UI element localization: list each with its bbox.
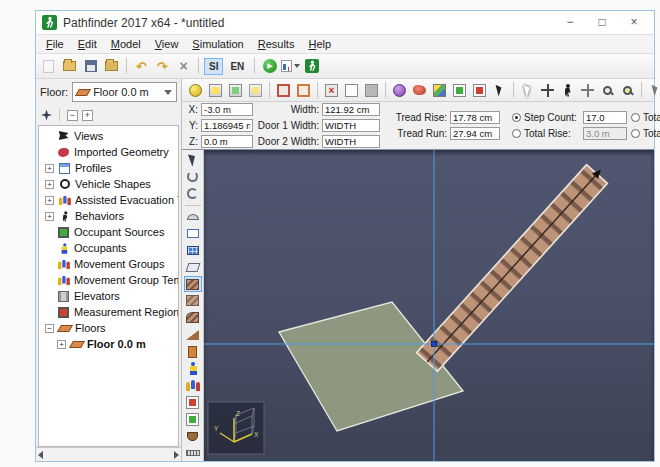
- show-all-floors-icon[interactable]: [274, 81, 293, 100]
- tree-item-imported-geometry[interactable]: Imported Geometry: [39, 144, 178, 160]
- en-units-button[interactable]: EN: [225, 58, 249, 75]
- width-input[interactable]: [322, 103, 380, 116]
- snap-cursor-icon[interactable]: [646, 81, 660, 100]
- delete-icon[interactable]: ×: [174, 57, 193, 76]
- total-run-radio[interactable]: [631, 113, 640, 122]
- si-units-button[interactable]: SI: [204, 58, 223, 75]
- step-count-radio[interactable]: [512, 113, 521, 122]
- zoom-tool-icon[interactable]: [598, 81, 617, 100]
- tree-item-occupant-sources[interactable]: Occupant Sources: [39, 224, 178, 240]
- door1-width-input[interactable]: [322, 119, 380, 132]
- total-rise-input[interactable]: [583, 127, 627, 140]
- menu-model[interactable]: Model: [105, 36, 147, 52]
- expand-icon[interactable]: +: [45, 180, 54, 189]
- menu-simulation[interactable]: Simulation: [186, 36, 249, 52]
- x-input[interactable]: [201, 103, 253, 116]
- maximize-button[interactable]: □: [588, 14, 616, 32]
- orbit-tool-icon[interactable]: [184, 186, 202, 202]
- tree-item-movement-groups[interactable]: Movement Groups: [39, 256, 178, 272]
- terrain-icon[interactable]: [410, 81, 429, 100]
- total-rise-radio[interactable]: [512, 129, 521, 138]
- menu-edit[interactable]: Edit: [72, 36, 103, 52]
- show-regions-icon[interactable]: [470, 81, 489, 100]
- tree-item-assisted-evacuation-teams[interactable]: +Assisted Evacuation Teams: [39, 192, 178, 208]
- expand-icon[interactable]: +: [57, 340, 66, 349]
- y-input[interactable]: [201, 119, 253, 132]
- ramp-tool-icon[interactable]: [184, 327, 202, 343]
- z-input[interactable]: [201, 135, 253, 148]
- tree-item-measurement-regions[interactable]: Measurement Regions: [39, 304, 178, 320]
- expand-icon[interactable]: +: [45, 196, 54, 205]
- menu-view[interactable]: View: [149, 36, 185, 52]
- prism-tool-icon[interactable]: [184, 259, 202, 275]
- step-count-input[interactable]: [583, 111, 627, 124]
- hide-objects-icon[interactable]: ×: [322, 81, 341, 100]
- menu-results[interactable]: Results: [252, 36, 301, 52]
- front-view-icon[interactable]: [226, 81, 245, 100]
- expand-icon[interactable]: +: [45, 164, 54, 173]
- material-cube-icon[interactable]: [430, 81, 449, 100]
- tree-item-floors[interactable]: −Floors: [39, 320, 178, 336]
- staircase[interactable]: [417, 165, 608, 372]
- stairs-tool-icon[interactable]: [184, 276, 202, 292]
- undo-icon[interactable]: ↶: [132, 57, 151, 76]
- occupant-source-tool-icon[interactable]: [184, 411, 202, 427]
- pick-star-icon[interactable]: [490, 81, 509, 100]
- extract-tool-icon[interactable]: [184, 428, 202, 444]
- menu-file[interactable]: File: [40, 36, 70, 52]
- perspective-view-icon[interactable]: [186, 81, 205, 100]
- occupant-tool-icon[interactable]: [184, 361, 202, 377]
- zoom-box-tool-icon[interactable]: [618, 81, 637, 100]
- measure-tool-icon[interactable]: [184, 445, 202, 461]
- solid-view-icon[interactable]: [342, 81, 361, 100]
- measurement-region-tool-icon[interactable]: [184, 394, 202, 410]
- rotate-tool-icon[interactable]: [184, 169, 202, 185]
- menu-help[interactable]: Help: [302, 36, 337, 52]
- rectangle-room-tool-icon[interactable]: [184, 225, 202, 241]
- floor-select[interactable]: Floor 0.0 m: [72, 82, 177, 102]
- close-button[interactable]: ×: [620, 14, 648, 32]
- collapse-icon[interactable]: −: [45, 324, 54, 333]
- side-view-icon[interactable]: [246, 81, 265, 100]
- door2-width-input[interactable]: [322, 135, 380, 148]
- walk-tool-icon[interactable]: [558, 81, 577, 100]
- floor-area-tool-icon[interactable]: [184, 242, 202, 258]
- tree-item-elevators[interactable]: Elevators: [39, 288, 178, 304]
- landing-tool-icon[interactable]: [184, 293, 202, 309]
- scroll-left-icon[interactable]: [38, 451, 43, 459]
- tree-item-occupants[interactable]: Occupants: [39, 240, 178, 256]
- new-file-icon[interactable]: [39, 57, 58, 76]
- expand-all-icon[interactable]: +: [82, 110, 93, 121]
- navigate-icon[interactable]: [41, 110, 52, 121]
- smooth-sphere-icon[interactable]: [390, 81, 409, 100]
- orbit-tool-icon[interactable]: [538, 81, 557, 100]
- select-move-tool-icon[interactable]: [184, 152, 202, 168]
- tree-item-views[interactable]: Views: [39, 128, 178, 144]
- tree-item-behaviors[interactable]: +Behaviors: [39, 208, 178, 224]
- tread-run-input[interactable]: [450, 127, 500, 140]
- run-simulation-icon[interactable]: ▶: [260, 57, 279, 76]
- tree-horizontal-scrollbar[interactable]: [36, 447, 181, 461]
- group-tool-icon[interactable]: [184, 378, 202, 394]
- pathfinder-icon[interactable]: [302, 57, 321, 76]
- 3d-scene[interactable]: X Y Z: [204, 150, 654, 461]
- total-length-radio[interactable]: [631, 129, 640, 138]
- save-icon[interactable]: [81, 57, 100, 76]
- show-current-floor-icon[interactable]: [294, 81, 313, 100]
- results-chart-icon[interactable]: [281, 57, 300, 76]
- redo-icon[interactable]: ↷: [153, 57, 172, 76]
- pan-tool-icon[interactable]: [578, 81, 597, 100]
- tree-item-movement-group-templates[interactable]: Movement Group Templates: [39, 272, 178, 288]
- save-all-icon[interactable]: [102, 57, 121, 76]
- minimize-button[interactable]: −: [556, 14, 584, 32]
- results-dropdown-icon[interactable]: [294, 64, 300, 68]
- show-sources-icon[interactable]: [450, 81, 469, 100]
- wireframe-view-icon[interactable]: [362, 81, 381, 100]
- tree-item-profiles[interactable]: +Profiles: [39, 160, 178, 176]
- top-view-icon[interactable]: [206, 81, 225, 100]
- spiral-stairs-tool-icon[interactable]: [184, 310, 202, 326]
- tree-item-vehicle-shapes[interactable]: +Vehicle Shapes: [39, 176, 178, 192]
- select-tool-icon[interactable]: [518, 81, 537, 100]
- arc-room-tool-icon[interactable]: [184, 209, 202, 225]
- tread-rise-input[interactable]: [450, 111, 500, 124]
